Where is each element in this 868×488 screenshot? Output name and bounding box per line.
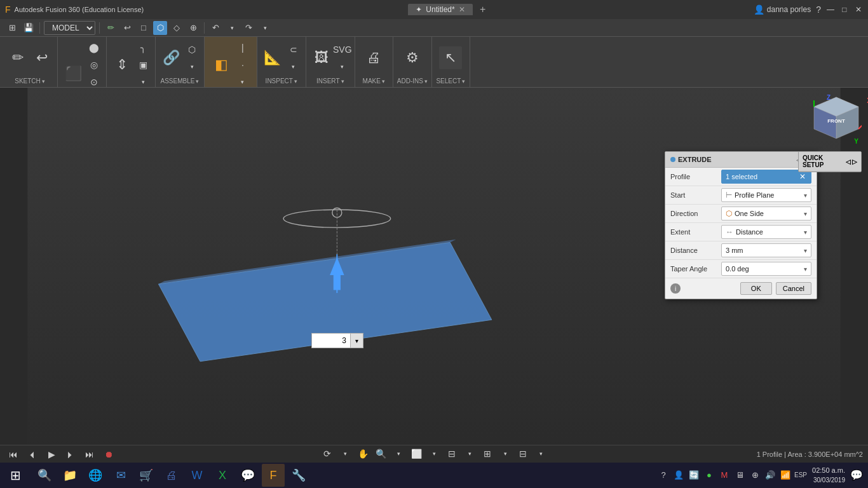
tray-network-icon[interactable]: 📶 [779,469,792,482]
direction-value-field[interactable]: ⬡ One Side ▾ [721,207,811,220]
inspect-measure-btn[interactable]: 📐 [261,46,284,69]
orbit-dropdown[interactable]: ▾ [337,445,353,462]
create-sph-btn[interactable]: ◎ [86,57,102,73]
maximize-btn[interactable]: □ [840,5,849,14]
grid-menu-btn[interactable]: ⊞ [5,21,19,35]
assemble-as-built-btn[interactable]: ⬡ [184,41,200,58]
start-value-field[interactable]: ⊢ Profile Plane ▾ [721,188,811,202]
taskbar-whatsapp[interactable]: 💬 [236,464,259,487]
fit-btn[interactable]: ⬜ [408,445,424,462]
select-label[interactable]: SELECT ▾ [436,78,465,85]
nav-cube[interactable]: FRONT X Y Z [811,94,862,145]
close-btn[interactable]: ✕ [854,5,863,14]
distance-dropdown-arrow[interactable]: ▾ [804,247,807,254]
taskbar-mail[interactable]: ✉ [109,464,132,487]
taskbar-hp[interactable]: 🖨 [160,464,183,487]
taper-dropdown-arrow[interactable]: ▾ [804,266,807,273]
addins-label[interactable]: ADD-INS ▾ [397,78,428,85]
cancel-btn[interactable]: Cancel [776,282,811,295]
sketch-create-btn[interactable]: ✏ [6,46,29,69]
timeline-record-btn[interactable]: ⏺ [100,446,117,463]
extent-value-field[interactable]: ↔ Distance ▾ [721,225,811,239]
timeline-start-btn[interactable]: ⏮ [5,446,22,463]
modify-fillet-btn[interactable]: ╮ [135,39,151,56]
minimize-btn[interactable]: — [826,5,835,14]
zoom-dropdown[interactable]: ▾ [390,445,407,462]
distance-value-field[interactable]: 3 mm ▾ [721,243,811,257]
construct-plane-btn[interactable]: ◧ [210,53,233,76]
create-active-btn[interactable]: ⬡ [153,21,167,35]
direction-dropdown-arrow[interactable]: ▾ [804,210,807,217]
qs-prev-btn[interactable]: ◁ [846,158,851,165]
taskbar-search[interactable]: 🔍 [33,464,56,487]
inspect-label[interactable]: INSPECT ▾ [266,78,297,85]
insert-more-btn[interactable]: ▾ [334,58,351,75]
tray-pc-icon[interactable]: 🖥 [733,469,746,482]
redo-dropdown-btn[interactable]: ▾ [258,21,272,35]
finish-sketch-btn[interactable]: ↩ [31,46,53,69]
zoom-btn[interactable]: 🔍 [372,445,389,462]
tab-close-btn[interactable]: ✕ [459,5,465,14]
notification-icon[interactable]: 💬 [850,469,863,481]
fit-dropdown[interactable]: ▾ [426,445,442,462]
taskbar-explorer[interactable]: 📁 [58,464,81,487]
plane-btn[interactable]: ⊕ [186,21,200,35]
tray-person-icon[interactable]: 👤 [672,469,685,482]
taskbar-excel[interactable]: X [211,464,234,487]
timeline-play-btn[interactable]: ▶ [43,446,60,463]
make-label[interactable]: MAKE ▾ [363,78,385,85]
tray-help-icon[interactable]: ? [657,469,670,482]
construct-point-btn[interactable]: · [234,57,251,73]
help-icon[interactable]: ? [816,4,821,15]
select-arrow-btn[interactable]: ↖ [439,46,462,69]
assemble-more-btn[interactable]: ▾ [184,58,200,75]
new-tab-btn[interactable]: + [477,3,489,16]
value-dropdown-btn[interactable]: ▾ [350,334,363,348]
tray-sync-icon[interactable]: 🔄 [688,469,700,482]
active-tab[interactable]: ✦ Untitled* ✕ [408,4,472,15]
surface-btn[interactable]: ◇ [170,21,184,35]
undo-dropdown-btn[interactable]: ▾ [225,21,239,35]
view-dropdown[interactable]: ▾ [461,445,478,462]
ok-btn[interactable]: OK [740,282,772,295]
assemble-joint-btn[interactable]: 🔗 [159,46,182,69]
model-dropdown[interactable]: MODEL [44,21,95,35]
extent-dropdown-arrow[interactable]: ▾ [804,229,807,236]
tray-green-icon[interactable]: ● [703,469,715,482]
timeline-prev-btn[interactable]: ⏴ [24,446,41,463]
create-box-btn[interactable]: ⬛ [62,62,85,85]
tray-mail-icon[interactable]: M [718,469,731,482]
insert-image-btn[interactable]: 🖼 [310,46,333,69]
start-button[interactable]: ⊞ [0,463,31,488]
qs-next-btn[interactable]: ▷ [852,158,857,165]
tray-speaker-icon[interactable]: 🔊 [764,469,776,482]
display-btn[interactable]: ⊟ [515,445,531,462]
assemble-label[interactable]: ASSEMBLE ▾ [161,78,200,85]
value-input-box[interactable]: ▾ [311,333,363,348]
inspect-section-btn[interactable]: ⊂ [285,41,302,58]
taskbar-word[interactable]: W [186,464,208,487]
info-icon-btn[interactable]: i [670,283,681,294]
create-cyl-btn[interactable]: ⬤ [86,39,102,56]
pan-btn[interactable]: ✋ [355,445,371,462]
viewport[interactable]: ▾ FRONT X Y Z EXTRUDE ◁ [0,88,868,463]
start-dropdown-arrow[interactable]: ▾ [804,192,807,199]
return-btn[interactable]: ↩ [120,21,134,35]
distance-value-input[interactable] [312,335,350,346]
insert-svg-btn[interactable]: SVG [334,41,351,58]
redo-btn[interactable]: ↷ [241,21,255,35]
taskbar-other[interactable]: 🔧 [287,464,310,487]
inspect-more-btn[interactable]: ▾ [285,58,302,75]
addins-btn[interactable]: ⚙ [401,46,424,69]
orbit-btn[interactable]: ⟳ [319,445,336,462]
timeline-end-btn[interactable]: ⏭ [81,446,98,463]
tray-icon1[interactable]: ⊕ [749,469,761,482]
construct-axis-btn[interactable]: | [234,39,251,56]
sketch-label[interactable]: SKETCH ▾ [15,78,45,85]
tray-lang-icon[interactable]: ESP [794,469,807,482]
sketch-mode-btn[interactable]: ✏ [104,21,118,35]
taper-value-field[interactable]: 0.0 deg ▾ [721,262,811,276]
insert-label[interactable]: INSERT ▾ [316,78,344,85]
component-btn[interactable]: □ [137,21,151,35]
profile-clear-btn[interactable]: ✕ [798,172,807,181]
